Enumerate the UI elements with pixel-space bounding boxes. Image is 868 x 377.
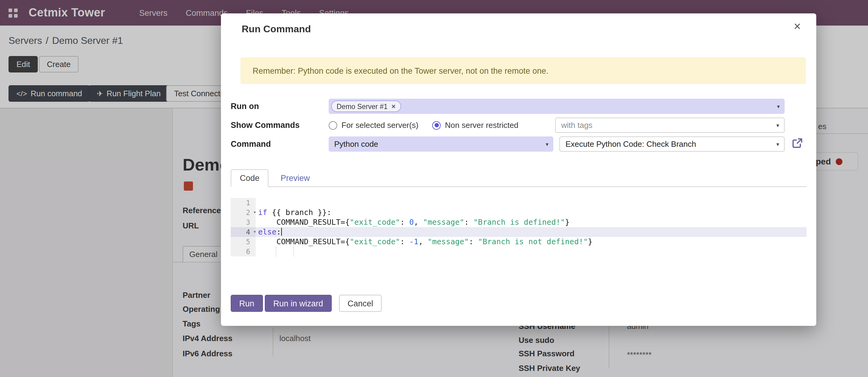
screen: Cetmix Tower Servers Commands Files Tool… xyxy=(0,0,868,377)
editor-line-4[interactable]: 4▾else: xyxy=(231,227,807,237)
tabbar-divider xyxy=(231,186,807,187)
tab-code[interactable]: Code xyxy=(231,169,269,187)
with-tags-placeholder: with tags xyxy=(561,121,593,130)
with-tags-select[interactable]: with tags ▾ xyxy=(555,118,785,133)
close-icon[interactable]: × xyxy=(794,20,801,32)
radio-label-non-restricted[interactable]: Non server restricted xyxy=(445,121,518,130)
gutter-line-number: 5 xyxy=(231,237,256,246)
gutter-line-number: 2▾ xyxy=(231,208,256,218)
editor-line-3[interactable]: 3 COMMAND_RESULT={"exit_code": 0, "messa… xyxy=(231,218,807,227)
code-line-content[interactable]: COMMAND_RESULT={"exit_code": -1, "messag… xyxy=(256,237,807,246)
command-select[interactable]: Execute Python Code: Check Branch ▾ xyxy=(559,137,785,152)
external-link-icon[interactable] xyxy=(792,138,803,149)
code-line-content[interactable]: if {{ branch }}: xyxy=(256,208,807,218)
command-value: Execute Python Code: Check Branch xyxy=(565,140,696,149)
command-type-value: Python code xyxy=(334,140,378,149)
gutter-line-number: 1 xyxy=(231,198,256,208)
code-line-content[interactable] xyxy=(256,198,807,208)
chevron-down-icon: ▾ xyxy=(776,141,779,147)
modal-title: Run Command xyxy=(242,24,311,35)
remove-tag-icon[interactable]: ✕ xyxy=(391,103,396,109)
code-line-content[interactable]: else: xyxy=(256,227,807,237)
server-tag-label: Demo Server #1 xyxy=(337,103,388,110)
editor-line-2[interactable]: 2▾if {{ branch }}: xyxy=(231,208,807,218)
run-button[interactable]: Run xyxy=(231,295,263,312)
gutter-line-number: 6 xyxy=(231,246,256,256)
show-commands-label: Show Commands xyxy=(231,121,300,130)
server-tag-chip[interactable]: Demo Server #1 ✕ xyxy=(331,100,401,112)
indent-guide xyxy=(276,246,276,256)
editor-line-6[interactable]: 6 xyxy=(231,246,807,256)
run-command-modal: Run Command × Remember: Python code is e… xyxy=(221,13,816,326)
editor-line-1[interactable]: 1 xyxy=(231,198,807,208)
chevron-down-icon: ▾ xyxy=(546,141,549,147)
text-cursor xyxy=(281,228,282,236)
cancel-button[interactable]: Cancel xyxy=(339,295,382,312)
radio-non-server-restricted[interactable]: Non server restricted xyxy=(432,118,518,133)
radio-label-selected-servers[interactable]: For selected server(s) xyxy=(341,121,418,130)
run-on-select[interactable]: Demo Server #1 ✕ ▾ xyxy=(329,99,785,114)
gutter-line-number: 3 xyxy=(231,218,256,227)
indent-guide xyxy=(293,246,294,256)
command-type-select[interactable]: Python code ▾ xyxy=(329,137,553,152)
radio-circle-unchecked[interactable] xyxy=(329,121,337,129)
chevron-down-icon: ▾ xyxy=(776,122,779,128)
command-label: Command xyxy=(231,140,271,149)
chevron-down-icon: ▾ xyxy=(777,103,780,109)
code-editor[interactable]: 12▾if {{ branch }}:3 COMMAND_RESULT={"ex… xyxy=(231,198,807,256)
editor-line-5[interactable]: 5 COMMAND_RESULT={"exit_code": -1, "mess… xyxy=(231,237,807,246)
gutter-line-number: 4▾ xyxy=(231,227,256,237)
tab-preview[interactable]: Preview xyxy=(275,169,316,187)
code-line-content[interactable] xyxy=(256,246,807,256)
radio-for-selected-servers[interactable]: For selected server(s) xyxy=(329,118,418,133)
code-line-content[interactable]: COMMAND_RESULT={"exit_code": 0, "message… xyxy=(256,218,807,227)
run-in-wizard-button[interactable]: Run in wizard xyxy=(265,295,332,312)
radio-circle-checked[interactable] xyxy=(432,121,441,129)
warning-alert: Remember: Python code is executed on the… xyxy=(241,57,806,84)
run-on-label: Run on xyxy=(231,102,259,111)
